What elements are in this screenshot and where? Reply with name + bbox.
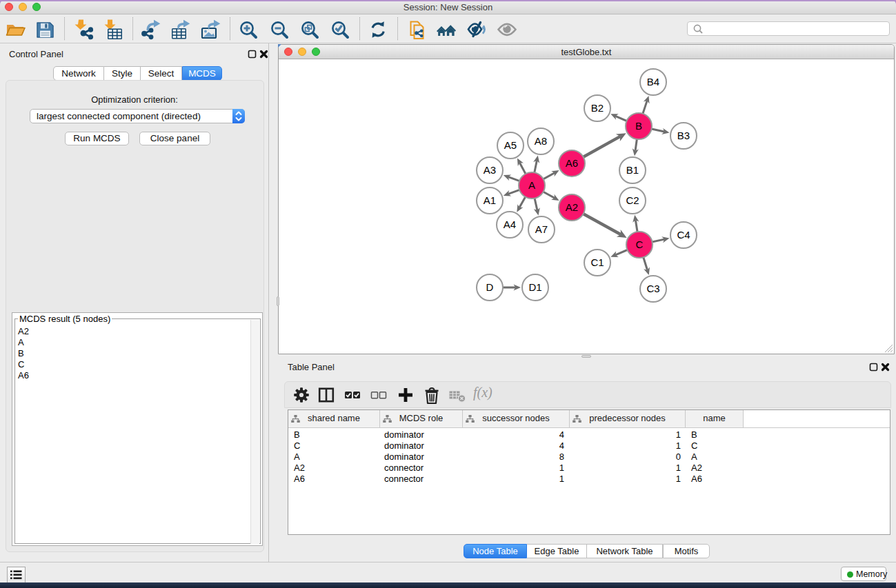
svg-text:A: A <box>528 179 535 191</box>
svg-text:D1: D1 <box>528 281 541 293</box>
svg-text:C4: C4 <box>677 229 690 241</box>
svg-text:B4: B4 <box>647 76 659 88</box>
svg-text:A3: A3 <box>484 164 496 176</box>
svg-text:A2: A2 <box>566 201 578 213</box>
svg-text:A7: A7 <box>535 223 548 235</box>
svg-text:C1: C1 <box>590 256 604 268</box>
svg-text:A6: A6 <box>566 157 578 169</box>
svg-text:D: D <box>486 281 494 293</box>
svg-text:A1: A1 <box>484 194 496 206</box>
svg-text:B: B <box>635 120 642 132</box>
svg-text:C2: C2 <box>626 194 639 206</box>
svg-text:B1: B1 <box>626 164 639 176</box>
svg-text:A8: A8 <box>535 135 547 147</box>
svg-text:A5: A5 <box>504 139 517 151</box>
svg-text:C3: C3 <box>646 283 659 294</box>
svg-text:A4: A4 <box>504 219 516 230</box>
svg-text:C: C <box>636 239 644 250</box>
svg-text:B3: B3 <box>677 130 690 141</box>
svg-text:B2: B2 <box>591 102 604 114</box>
